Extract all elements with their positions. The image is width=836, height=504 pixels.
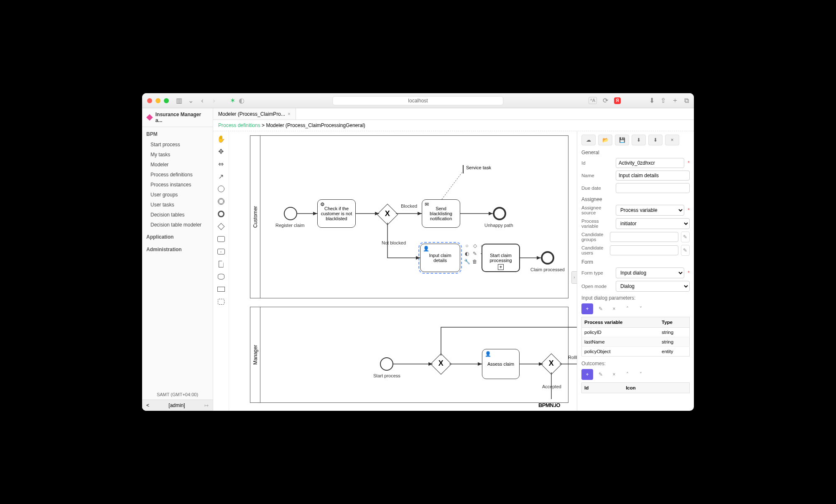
bpmn-palette: ✋ ✥ ⇔ ↗ ▫ <box>213 131 229 411</box>
sidebar-item-user-tasks[interactable]: User tasks <box>142 200 213 210</box>
share-icon[interactable]: ⇧ <box>660 97 666 104</box>
outcomes-table: IdIcon <box>581 382 690 393</box>
end-event-icon[interactable] <box>216 209 226 219</box>
sidebar-item-modeler[interactable]: Modeler <box>142 160 213 170</box>
yandex-icon[interactable]: Я <box>614 97 621 104</box>
close-button[interactable]: × <box>665 135 679 145</box>
task-icon[interactable] <box>216 234 226 244</box>
move-up-button[interactable]: ˄ <box>622 303 633 314</box>
section-assignee: Assignee <box>581 196 690 202</box>
download-svg-button[interactable]: ⬇ <box>648 135 663 145</box>
form-type-select[interactable]: Input dialog <box>616 267 684 278</box>
candidate-groups-field[interactable] <box>610 232 678 242</box>
section-application[interactable]: Application <box>142 232 213 242</box>
move-down-button[interactable]: ˅ <box>635 303 647 314</box>
properties-panel: ☁ 📂 💾 ⬇ ⬇ × General Id* Name Due date As… <box>577 131 694 411</box>
start-event-icon[interactable] <box>216 184 226 194</box>
user-bar[interactable]: < [admin] ↦ <box>142 400 213 411</box>
tab-bar: Modeler (Process_ClaimPro... × <box>213 108 694 120</box>
table-row[interactable]: policyObjectentity <box>582 347 690 356</box>
open-button[interactable]: 📂 <box>598 135 612 145</box>
add-param-button[interactable]: + <box>581 303 593 314</box>
collapse-sidebar-icon[interactable]: < <box>146 402 149 408</box>
table-row[interactable]: policyIDstring <box>582 328 690 337</box>
process-variable-select[interactable]: initiator <box>616 218 690 229</box>
space-tool-icon[interactable]: ⇔ <box>216 159 226 169</box>
due-date-field[interactable] <box>616 183 690 193</box>
id-field[interactable] <box>616 158 684 168</box>
add-outcome-button[interactable]: + <box>581 369 593 380</box>
app-window: ▥ ⌄ ‹ › ✶ ◐ localhost ᴬA ⟳ Я ⬇ ⇧ ＋ ⧉ In <box>142 93 694 411</box>
data-object-icon[interactable] <box>216 259 226 269</box>
pool-customer[interactable]: Customer Register claim ⚙ Check if the c… <box>250 135 568 298</box>
chevron-down-icon[interactable]: ⌄ <box>187 97 194 104</box>
label-outcomes: Outcomes: <box>581 361 690 367</box>
remove-param-button[interactable]: × <box>608 303 620 314</box>
candidate-users-field[interactable] <box>610 245 678 255</box>
edit-users-icon[interactable]: ✎ <box>681 245 690 256</box>
edit-param-button[interactable]: ✎ <box>595 303 607 314</box>
move-down-outcome-button[interactable]: ˅ <box>635 369 647 380</box>
username: [admin] <box>168 402 185 408</box>
open-mode-select[interactable]: Dialog <box>616 281 690 292</box>
lasso-tool-icon[interactable]: ✥ <box>216 146 226 156</box>
sidebar-item-start-process[interactable]: Start process <box>142 140 213 150</box>
maximize-window-icon[interactable] <box>164 98 169 103</box>
cloud-download-button[interactable]: ☁ <box>581 135 596 145</box>
download-icon[interactable]: ⬇ <box>649 97 655 104</box>
section-administration[interactable]: Administration <box>142 244 213 255</box>
move-up-outcome-button[interactable]: ˄ <box>622 369 633 380</box>
pool-manager[interactable]: Manager Start process 👤 Assess claim Rol… <box>250 307 568 403</box>
sidebar-item-process-instances[interactable]: Process instances <box>142 180 213 190</box>
name-field[interactable] <box>616 171 690 181</box>
intermediate-event-icon[interactable] <box>216 196 226 206</box>
shield-icon[interactable]: ◐ <box>239 97 245 104</box>
download-xml-button[interactable]: ⬇ <box>632 135 646 145</box>
subprocess-icon[interactable]: ▫ <box>216 247 226 257</box>
edit-outcome-button[interactable]: ✎ <box>595 369 607 380</box>
connect-tool-icon[interactable]: ↗ <box>216 171 226 181</box>
svg-marker-0 <box>146 114 153 121</box>
bpmn-io-watermark: BPMN.iO <box>538 402 560 408</box>
nav-forward-icon[interactable]: › <box>211 97 217 104</box>
remove-outcome-button[interactable]: × <box>608 369 620 380</box>
crumb-root[interactable]: Process definitions <box>218 122 260 128</box>
section-general: General <box>581 150 690 155</box>
logout-icon[interactable]: ↦ <box>204 402 209 408</box>
sidebar-item-my-tasks[interactable]: My tasks <box>142 150 213 160</box>
data-store-icon[interactable] <box>216 272 226 282</box>
evernote-icon[interactable]: ✶ <box>230 97 235 104</box>
edit-groups-icon[interactable]: ✎ <box>681 232 690 242</box>
tab-modeler[interactable]: Modeler (Process_ClaimPro... × <box>213 108 296 120</box>
sidebar-item-user-groups[interactable]: User groups <box>142 190 213 200</box>
save-button[interactable]: 💾 <box>615 135 629 145</box>
group-icon[interactable] <box>216 297 226 307</box>
address-bar[interactable]: localhost <box>332 96 503 105</box>
tabs-icon[interactable]: ⧉ <box>684 97 689 104</box>
nav-back-icon[interactable]: ‹ <box>199 97 206 104</box>
refresh-icon[interactable]: ⟳ <box>603 97 608 104</box>
hand-tool-icon[interactable]: ✋ <box>216 134 226 144</box>
sidebar-item-process-definitions[interactable]: Process definitions <box>142 170 213 180</box>
gateway-icon[interactable] <box>216 221 226 232</box>
sidebar-toggle-icon[interactable]: ▥ <box>176 97 182 104</box>
props-toolbar: ☁ 📂 💾 ⬇ ⬇ × <box>581 135 690 145</box>
new-tab-icon[interactable]: ＋ <box>672 96 678 105</box>
sidebar-item-decision-table-modeler[interactable]: Decision table modeler <box>142 220 213 230</box>
params-table: Process variableType policyIDstring last… <box>581 317 690 356</box>
pool-icon[interactable] <box>216 284 226 294</box>
label-input-dialog-params: Input dialog parameters: <box>581 295 690 301</box>
table-row[interactable]: lastNamestring <box>582 337 690 347</box>
section-form: Form <box>581 259 690 265</box>
edge-label-rollback: Rollback <box>568 355 577 360</box>
minimize-window-icon[interactable] <box>155 98 161 103</box>
close-window-icon[interactable] <box>147 98 152 103</box>
bpmn-canvas[interactable]: Customer Register claim ⚙ Check if the c… <box>229 131 577 411</box>
section-bpm: BPM <box>142 129 213 140</box>
sidebar-item-decision-tables[interactable]: Decision tables <box>142 210 213 220</box>
close-tab-icon[interactable]: × <box>288 111 291 117</box>
crumb-current: Modeler (Process_ClaimProcessingGeneral) <box>266 122 365 128</box>
assignee-source-select[interactable]: Process variable <box>616 205 684 216</box>
reader-icon[interactable]: ᴬA <box>589 97 597 104</box>
panel-collapse-handle[interactable]: › <box>571 271 577 284</box>
